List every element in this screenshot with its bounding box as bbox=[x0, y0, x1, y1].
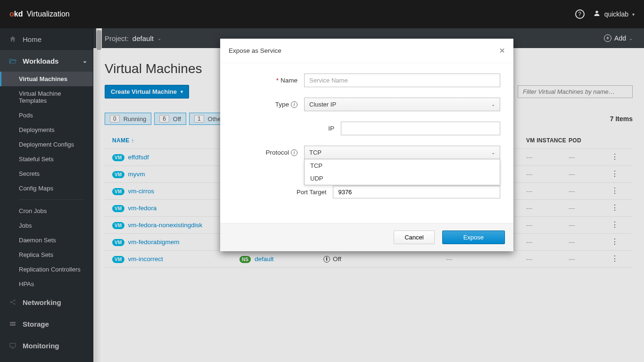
expose-service-modal: Expose as Service × *Name Typei Cluster … bbox=[220, 39, 513, 251]
ip-label: IP bbox=[233, 125, 341, 132]
sidebar: Home Workloads ⌄ Virtual Machines Virtua… bbox=[0, 28, 93, 362]
protocol-option-tcp[interactable]: TCP bbox=[305, 159, 500, 172]
logo-kd: kd bbox=[14, 10, 23, 18]
protocol-option-udp[interactable]: UDP bbox=[305, 172, 500, 185]
close-icon[interactable]: × bbox=[499, 45, 505, 56]
svg-point-0 bbox=[595, 10, 598, 13]
info-icon[interactable]: i bbox=[291, 149, 297, 156]
user-menu[interactable]: quicklab ▾ bbox=[593, 9, 635, 19]
sidebar-item-pods[interactable]: Pods bbox=[0, 108, 93, 123]
ip-input[interactable] bbox=[341, 122, 500, 135]
svg-rect-6 bbox=[10, 343, 16, 347]
nav-monitoring[interactable]: Monitoring bbox=[0, 335, 93, 356]
protocol-label: Protocoli bbox=[233, 149, 304, 156]
sidebar-item-hpas[interactable]: HPAs bbox=[0, 277, 93, 291]
divider bbox=[19, 199, 84, 200]
nav-networking-label: Networking bbox=[23, 298, 61, 306]
nav-storage-label: Storage bbox=[23, 320, 49, 328]
brand-logo: okd Virtualization bbox=[9, 10, 70, 18]
help-icon[interactable]: ? bbox=[575, 9, 585, 19]
sidebar-item-jobs[interactable]: Jobs bbox=[0, 218, 93, 233]
nav-home-label: Home bbox=[23, 35, 41, 43]
svg-point-3 bbox=[14, 304, 16, 305]
nav-monitoring-label: Monitoring bbox=[23, 342, 59, 350]
nav-home[interactable]: Home bbox=[0, 28, 93, 50]
type-select[interactable]: Cluster IP ⌄ bbox=[304, 98, 500, 111]
chevron-down-icon: ⌄ bbox=[83, 58, 87, 64]
scrollbar-thumb[interactable] bbox=[97, 30, 101, 50]
port-target-label: Port Target bbox=[233, 189, 333, 196]
svg-point-1 bbox=[10, 302, 12, 303]
nav-storage[interactable]: Storage bbox=[0, 313, 93, 335]
nav-networking[interactable]: Networking bbox=[0, 291, 93, 313]
user-icon bbox=[593, 9, 601, 19]
nav-workloads-label: Workloads bbox=[23, 57, 58, 65]
sidebar-item-deployments[interactable]: Deployments bbox=[0, 123, 93, 137]
svg-rect-4 bbox=[10, 322, 16, 323]
svg-rect-5 bbox=[10, 324, 16, 326]
type-value: Cluster IP bbox=[309, 101, 336, 108]
user-name: quicklab bbox=[604, 10, 628, 18]
info-icon[interactable]: i bbox=[291, 101, 297, 108]
cancel-button[interactable]: Cancel bbox=[394, 230, 434, 244]
logo-o: o bbox=[9, 10, 14, 18]
sidebar-item-vm-templates[interactable]: Virtual Machine Templates bbox=[0, 86, 93, 108]
expose-button[interactable]: Expose bbox=[442, 230, 505, 244]
sidebar-item-replication-controllers[interactable]: Replication Controllers bbox=[0, 262, 93, 277]
sidebar-item-secrets[interactable]: Secrets bbox=[0, 166, 93, 181]
home-icon bbox=[8, 35, 17, 43]
sidebar-item-deployment-configs[interactable]: Deployment Configs bbox=[0, 137, 93, 152]
chevron-down-icon: ⌄ bbox=[491, 102, 495, 107]
type-label: Typei bbox=[233, 101, 304, 108]
chevron-down-icon: ⌄ bbox=[491, 150, 495, 155]
nav-workloads[interactable]: Workloads ⌄ bbox=[0, 50, 93, 72]
scrollbar-track[interactable] bbox=[96, 28, 102, 362]
protocol-value: TCP bbox=[309, 149, 322, 156]
sidebar-item-config-maps[interactable]: Config Maps bbox=[0, 181, 93, 196]
sidebar-item-stateful-sets[interactable]: Stateful Sets bbox=[0, 152, 93, 166]
service-name-input[interactable] bbox=[304, 74, 500, 87]
chevron-down-icon: ▾ bbox=[632, 12, 635, 17]
monitoring-icon bbox=[8, 341, 17, 350]
protocol-dropdown: TCP UDP bbox=[304, 159, 500, 185]
sidebar-item-cron-jobs[interactable]: Cron Jobs bbox=[0, 204, 93, 218]
sidebar-item-replica-sets[interactable]: Replica Sets bbox=[0, 247, 93, 262]
port-target-input[interactable] bbox=[333, 186, 500, 198]
protocol-select[interactable]: TCP ⌄ bbox=[304, 146, 500, 159]
networking-icon bbox=[8, 298, 17, 306]
folder-open-icon bbox=[8, 57, 17, 65]
top-bar: okd Virtualization ? quicklab ▾ bbox=[0, 0, 644, 28]
svg-point-2 bbox=[14, 300, 16, 301]
sidebar-item-virtual-machines[interactable]: Virtual Machines bbox=[0, 72, 93, 86]
sidebar-item-daemon-sets[interactable]: Daemon Sets bbox=[0, 233, 93, 247]
name-label: *Name bbox=[233, 77, 304, 84]
modal-title: Expose as Service bbox=[229, 47, 281, 54]
storage-icon bbox=[8, 320, 17, 328]
logo-sub: Virtualization bbox=[26, 10, 69, 18]
